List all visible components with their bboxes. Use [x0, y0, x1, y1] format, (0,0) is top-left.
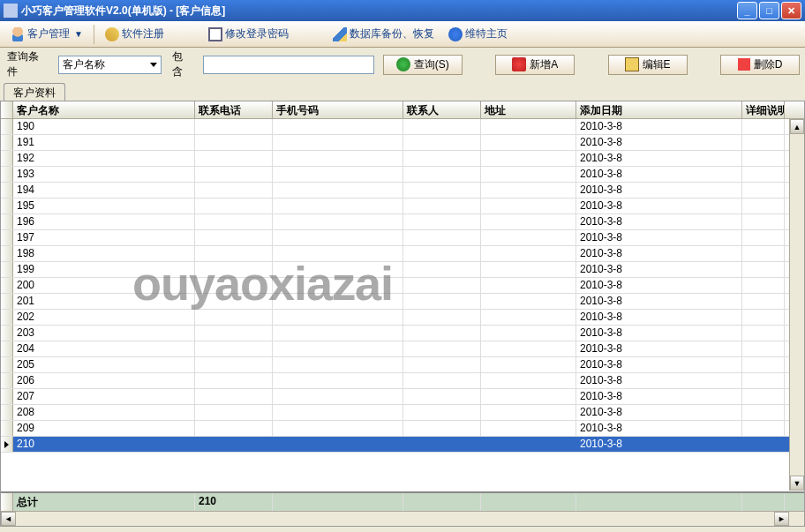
table-row[interactable]: 2012010-3-8 [1, 294, 804, 310]
search-input[interactable] [203, 56, 374, 74]
close-button[interactable]: ✕ [781, 2, 801, 19]
table-row[interactable]: 1952010-3-8 [1, 199, 804, 214]
table-row[interactable]: 2042010-3-8 [1, 341, 804, 357]
table-row[interactable]: 2032010-3-8 [1, 326, 804, 341]
tab-customer-data[interactable]: 客户资料 [4, 83, 65, 101]
cell-mobile [273, 167, 403, 182]
table-row[interactable]: 2072010-3-8 [1, 389, 804, 405]
cell-name: 208 [13, 405, 195, 420]
table-row[interactable]: 1982010-3-8 [1, 246, 804, 262]
cell-detail [742, 326, 785, 341]
cell-detail [742, 119, 785, 134]
cell-phone [195, 151, 273, 166]
col-detail[interactable]: 详细说明 [742, 101, 785, 118]
table-row[interactable]: 1942010-3-8 [1, 183, 804, 199]
cell-addr [481, 310, 576, 325]
table-row[interactable]: 2052010-3-8 [1, 357, 804, 373]
edit-label: 编辑E [643, 57, 671, 72]
grid-header: 客户名称 联系电话 手机号码 联系人 地址 添加日期 详细说明 [1, 101, 804, 119]
cell-addr [481, 389, 576, 404]
row-indicator [1, 230, 13, 245]
row-indicator [1, 310, 13, 325]
cell-phone [195, 167, 273, 182]
cell-phone [195, 278, 273, 293]
cell-contact [403, 199, 481, 214]
cell-name: 200 [13, 278, 195, 293]
scroll-track[interactable] [790, 134, 804, 476]
col-addr[interactable]: 地址 [481, 101, 576, 118]
cell-addr [481, 278, 576, 293]
col-mobile[interactable]: 手机号码 [273, 101, 403, 118]
add-button[interactable]: 新增A [495, 55, 575, 75]
table-row[interactable]: 2092010-3-8 [1, 421, 804, 437]
maximize-button[interactable]: □ [759, 2, 779, 19]
edit-button[interactable]: 编辑E [608, 55, 688, 75]
table-row[interactable]: 2062010-3-8 [1, 373, 804, 389]
horizontal-scrollbar[interactable]: ◄ ► [1, 511, 804, 526]
cell-date: 2010-3-8 [576, 119, 742, 134]
cell-contact [403, 262, 481, 277]
table-row[interactable]: 1902010-3-8 [1, 119, 804, 135]
table-row[interactable]: 1992010-3-8 [1, 262, 804, 278]
query-button[interactable]: 查询(S) [383, 55, 463, 75]
col-phone[interactable]: 联系电话 [195, 101, 273, 118]
cell-addr [481, 151, 576, 166]
cell-contact [403, 230, 481, 245]
backup-button[interactable]: 数据库备份、恢复 [327, 25, 440, 43]
register-button[interactable]: 软件注册 [100, 25, 169, 43]
table-row[interactable]: 2102010-3-8 [1, 437, 804, 453]
table-row[interactable]: 2002010-3-8 [1, 278, 804, 294]
cell-date: 2010-3-8 [576, 357, 742, 372]
cell-mobile [273, 119, 403, 134]
scroll-right-button[interactable]: ► [774, 512, 789, 526]
table-row[interactable]: 2082010-3-8 [1, 405, 804, 421]
minimize-button[interactable]: _ [737, 2, 757, 19]
col-date[interactable]: 添加日期 [576, 101, 742, 118]
table-row[interactable]: 1972010-3-8 [1, 230, 804, 246]
scroll-up-button[interactable]: ▲ [790, 119, 804, 134]
go-icon [396, 57, 410, 71]
table-row[interactable]: 1962010-3-8 [1, 214, 804, 230]
cell-detail [742, 183, 785, 198]
register-label: 软件注册 [122, 26, 164, 41]
table-row[interactable]: 2022010-3-8 [1, 310, 804, 326]
cell-contact [403, 373, 481, 388]
table-row[interactable]: 1912010-3-8 [1, 135, 804, 151]
scroll-track[interactable] [16, 512, 774, 526]
cell-mobile [273, 389, 403, 404]
cell-date: 2010-3-8 [576, 373, 742, 388]
cell-name: 197 [13, 230, 195, 245]
scroll-left-button[interactable]: ◄ [1, 512, 16, 526]
delete-button[interactable]: 删除D [720, 55, 800, 75]
table-row[interactable]: 1922010-3-8 [1, 151, 804, 167]
col-name[interactable]: 客户名称 [13, 101, 195, 118]
cell-contact [403, 437, 481, 452]
col-contact[interactable]: 联系人 [403, 101, 481, 118]
cell-phone [195, 389, 273, 404]
vertical-scrollbar[interactable]: ▲ ▼ [789, 119, 804, 491]
cell-mobile [273, 421, 403, 436]
cell-mobile [273, 341, 403, 356]
cell-date: 2010-3-8 [576, 262, 742, 277]
scroll-down-button[interactable]: ▼ [790, 476, 804, 491]
cell-addr [481, 405, 576, 420]
row-indicator [1, 151, 13, 166]
tab-label: 客户资料 [13, 86, 56, 99]
cell-addr [481, 183, 576, 198]
customer-mgmt-menu[interactable]: 客户管理 ▼ [5, 25, 88, 43]
main-toolbar: 客户管理 ▼ 软件注册 修改登录密码 数据库备份、恢复 维特主页 [0, 21, 805, 48]
cell-contact [403, 246, 481, 261]
cell-detail [742, 278, 785, 293]
condition-combo[interactable]: 客户名称 [58, 56, 161, 74]
cell-mobile [273, 151, 403, 166]
homepage-button[interactable]: 维特主页 [443, 25, 513, 43]
change-password-button[interactable]: 修改登录密码 [203, 25, 294, 43]
plus-icon [512, 57, 526, 71]
cell-contact [403, 278, 481, 293]
table-row[interactable]: 1932010-3-8 [1, 167, 804, 183]
cell-mobile [273, 246, 403, 261]
cell-date: 2010-3-8 [576, 437, 742, 452]
cell-phone [195, 341, 273, 356]
cell-mobile [273, 199, 403, 214]
cell-detail [742, 341, 785, 356]
